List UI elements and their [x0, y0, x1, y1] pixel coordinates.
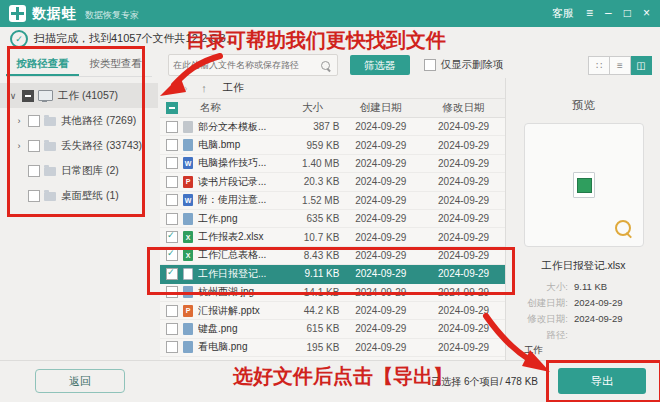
file-name: 杭州西湖.jpg — [198, 285, 286, 299]
column-name[interactable]: 名称 — [200, 101, 286, 115]
row-checkbox[interactable] — [166, 323, 178, 335]
file-modified-date: 2024-09-29 — [422, 250, 505, 261]
deleted-only-checkbox[interactable] — [424, 59, 436, 71]
row-checkbox[interactable] — [166, 305, 178, 317]
file-name: 工作.png — [198, 212, 286, 226]
table-row[interactable]: 部分文本模板... 387 B 2024-09-29 2024-09-29 — [160, 118, 505, 136]
table-row[interactable]: X 工作汇总表格... 8.43 KB 2024-09-29 2024-09-2… — [160, 247, 505, 265]
file-size: 44.2 KB — [286, 305, 340, 316]
table-header: 名称 大小 创建日期 修改日期 — [160, 99, 505, 118]
expander-icon[interactable]: › — [14, 116, 24, 126]
table-row[interactable]: P 汇报讲解.pptx 44.2 KB 2024-09-29 2024-09-2… — [160, 302, 505, 320]
row-checkbox[interactable] — [166, 121, 178, 133]
deleted-only-toggle[interactable]: 仅显示删除项 — [424, 58, 504, 72]
support-button[interactable]: 客服 — [552, 0, 574, 27]
minimize-icon[interactable]: – — [605, 0, 612, 27]
forward-icon[interactable]: › — [184, 82, 188, 94]
preview-field-label: 修改日期: — [506, 313, 568, 326]
column-size[interactable]: 大小 — [286, 101, 340, 115]
sidebar-tree-item[interactable]: 桌面壁纸 (1) — [0, 183, 158, 208]
table-row[interactable]: 电脑.bmp 959 KB 2024-09-29 2024-09-29 — [160, 136, 505, 154]
row-checkbox[interactable] — [166, 213, 178, 225]
search-input[interactable] — [169, 60, 321, 70]
table-row[interactable]: W 电脑操作技巧... 1.40 MB 2024-09-29 2024-09-2… — [160, 155, 505, 173]
sidebar-tree-item[interactable]: › 其他路径 (7269) — [0, 108, 158, 133]
column-modified[interactable]: 修改日期 — [422, 101, 505, 115]
breadcrumb: ‹ › ↑ 工作 — [160, 78, 505, 98]
row-checkbox[interactable] — [166, 231, 178, 243]
table-row[interactable]: 看电脑.png 195 KB 2024-09-29 2024-09-29 — [160, 339, 505, 357]
file-size: 195 KB — [286, 342, 340, 353]
row-checkbox[interactable] — [166, 268, 178, 280]
folder-icon — [44, 192, 56, 201]
table-row[interactable]: 工作日报登记... 9.11 KB 2024-09-29 2024-09-29 — [160, 265, 505, 283]
row-checkbox[interactable] — [166, 249, 178, 261]
row-checkbox[interactable] — [166, 194, 178, 206]
table-row[interactable]: 工作.png 635 KB 2024-09-29 2024-09-29 — [160, 210, 505, 228]
tree-checkbox[interactable] — [28, 190, 40, 202]
table-row[interactable]: W 附：使用注意... 1.52 MB 2024-09-29 2024-09-2… — [160, 192, 505, 210]
file-modified-date: 2024-09-29 — [422, 268, 505, 279]
file-created-date: 2024-09-29 — [339, 121, 422, 132]
select-all-checkbox[interactable] — [166, 102, 178, 114]
file-size: 1.52 MB — [286, 195, 340, 206]
file-modified-date: 2024-09-29 — [422, 176, 505, 187]
preview-fields: 大小: 9.11 KB 创建日期: 2024-09-29 修改日期: 2024-… — [506, 281, 660, 342]
tree-label: 其他路径 (7269) — [61, 114, 136, 128]
column-created[interactable]: 创建日期 — [339, 101, 422, 115]
tree-checkbox[interactable] — [22, 90, 34, 102]
up-folder-icon[interactable]: ↑ — [201, 82, 207, 94]
file-name: 看电脑.png — [198, 340, 286, 354]
back-icon[interactable]: ‹ — [170, 82, 174, 94]
preview-field: 路径: — [506, 329, 660, 342]
menu-icon[interactable]: ≡ — [586, 0, 593, 27]
file-modified-date: 2024-09-29 — [422, 213, 505, 224]
sidebar-tree-item[interactable]: 日常图库 (2) — [0, 158, 158, 183]
file-created-date: 2024-09-29 — [339, 287, 422, 298]
grid-view-icon[interactable]: ∷ — [588, 56, 610, 75]
filter-button[interactable]: 筛选器 — [350, 55, 410, 75]
table-row[interactable]: X 工作报表2.xlsx 10.7 KB 2024-09-29 2024-09-… — [160, 228, 505, 246]
close-icon[interactable]: × — [643, 0, 650, 27]
file-size: 615 KB — [286, 323, 340, 334]
file-created-date: 2024-09-29 — [339, 323, 422, 334]
row-checkbox[interactable] — [166, 157, 178, 169]
file-modified-date: 2024-09-29 — [422, 121, 505, 132]
tree-checkbox[interactable] — [28, 140, 40, 152]
app-logo-icon — [9, 5, 26, 22]
row-checkbox[interactable] — [166, 139, 178, 151]
list-view-icon[interactable]: ≡ — [610, 56, 631, 75]
tree-label: 工作 (41057) — [58, 89, 118, 103]
export-button[interactable]: 导出 — [558, 368, 646, 394]
table-row[interactable]: P 读书片段记录... 20.3 KB 2024-09-29 2024-09-2… — [160, 173, 505, 191]
sidebar-tab[interactable]: 按类型查看 — [79, 52, 152, 76]
sidebar-tree-item[interactable]: ∨ 工作 (41057) — [0, 83, 158, 108]
tree-checkbox[interactable] — [28, 165, 40, 177]
detail-view-icon[interactable]: ◫ — [631, 56, 652, 75]
row-checkbox[interactable] — [166, 286, 178, 298]
ppt-file-icon: P — [183, 305, 193, 317]
row-checkbox[interactable] — [166, 176, 178, 188]
file-modified-date: 2024-09-29 — [422, 232, 505, 243]
preview-field: 大小: 9.11 KB — [506, 281, 660, 294]
table-row[interactable]: 杭州西湖.jpg 14.1 KB 2024-09-29 2024-09-29 — [160, 284, 505, 302]
tree-checkbox[interactable] — [28, 115, 40, 127]
back-button[interactable]: 返回 — [35, 369, 125, 393]
file-size: 8.43 KB — [286, 250, 340, 261]
file-created-date: 2024-09-29 — [339, 342, 422, 353]
search-box[interactable] — [168, 54, 338, 76]
sidebar-tree: ∨ 工作 (41057) › 其他路径 (7269) › 丢失路径 (33743… — [0, 83, 158, 208]
row-checkbox[interactable] — [166, 341, 178, 353]
maximize-icon[interactable]: □ — [624, 0, 631, 27]
sidebar-tree-item[interactable]: › 丢失路径 (33743) — [0, 133, 158, 158]
image-file-icon — [183, 341, 193, 353]
expander-icon[interactable]: › — [14, 141, 24, 151]
sidebar-tab[interactable]: 按路径查看 — [6, 52, 79, 76]
file-created-date: 2024-09-29 — [339, 268, 422, 279]
file-size: 387 B — [286, 121, 340, 132]
titlebar: 数据蛙 数据恢复专家 客服 ≡ – □ × — [0, 0, 660, 27]
file-table: 名称 大小 创建日期 修改日期 部分文本模板... 387 B 2024-09-… — [160, 98, 505, 361]
zoom-preview-icon[interactable] — [615, 220, 631, 236]
table-row[interactable]: 键盘.png 615 KB 2024-09-29 2024-09-29 — [160, 320, 505, 338]
expander-icon[interactable]: ∨ — [8, 91, 18, 101]
